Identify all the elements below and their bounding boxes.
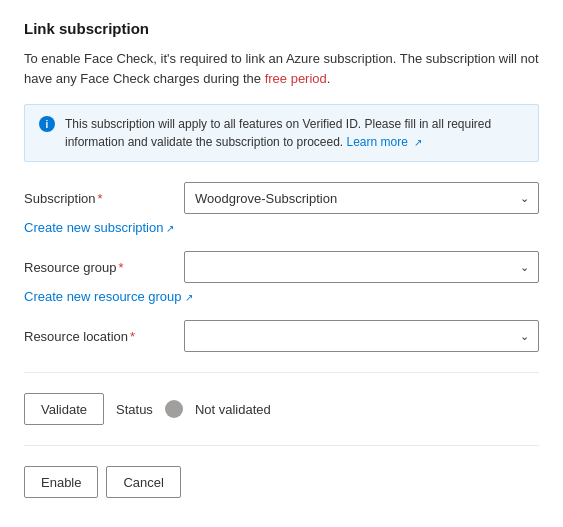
subscription-select-wrapper: Woodgrove-Subscription ⌄ <box>184 182 539 214</box>
info-box-text: This subscription will apply to all feat… <box>65 115 524 151</box>
info-box: i This subscription will apply to all fe… <box>24 104 539 162</box>
page-title: Link subscription <box>24 20 539 37</box>
resource-group-label: Resource group* <box>24 260 184 275</box>
status-text: Not validated <box>195 402 271 417</box>
info-icon: i <box>39 116 55 132</box>
divider-1 <box>24 372 539 373</box>
divider-2 <box>24 445 539 446</box>
cancel-button[interactable]: Cancel <box>106 466 180 498</box>
resource-location-label: Resource location* <box>24 329 184 344</box>
subscription-row: Subscription* Woodgrove-Subscription ⌄ <box>24 182 539 214</box>
subscription-label: Subscription* <box>24 191 184 206</box>
learn-more-link[interactable]: Learn more ↗ <box>347 135 423 149</box>
create-resource-group-row: Create new resource group↗ <box>24 289 539 304</box>
enable-button[interactable]: Enable <box>24 466 98 498</box>
create-subscription-row: Create new subscription↗ <box>24 220 539 235</box>
create-resource-group-link[interactable]: Create new resource group↗ <box>24 289 193 304</box>
action-row: Enable Cancel <box>24 466 539 498</box>
status-label: Status <box>116 402 153 417</box>
subscription-select[interactable]: Woodgrove-Subscription <box>184 182 539 214</box>
validate-row: Validate Status Not validated <box>24 393 539 425</box>
create-subscription-link[interactable]: Create new subscription↗ <box>24 220 174 235</box>
resource-location-select-wrapper: ⌄ <box>184 320 539 352</box>
resource-group-select-wrapper: ⌄ <box>184 251 539 283</box>
validate-button[interactable]: Validate <box>24 393 104 425</box>
resource-location-row: Resource location* ⌄ <box>24 320 539 352</box>
status-circle-icon <box>165 400 183 418</box>
resource-group-select[interactable] <box>184 251 539 283</box>
resource-group-row: Resource group* ⌄ <box>24 251 539 283</box>
page-description: To enable Face Check, it's required to l… <box>24 49 539 88</box>
resource-location-select[interactable] <box>184 320 539 352</box>
